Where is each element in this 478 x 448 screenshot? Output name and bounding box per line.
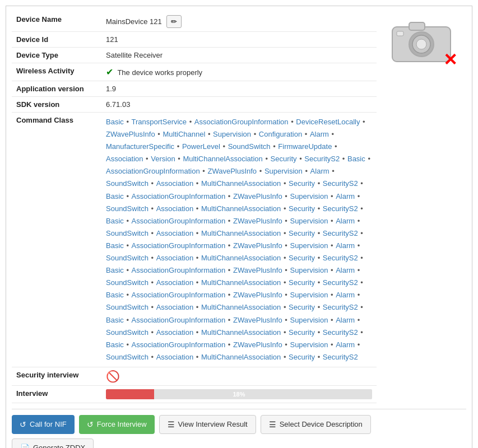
- command-class-link[interactable]: Security: [289, 353, 315, 361]
- command-class-link[interactable]: Association: [156, 328, 193, 337]
- command-class-link[interactable]: Version: [151, 155, 175, 163]
- command-class-link[interactable]: SecurityS2: [323, 353, 358, 361]
- command-class-link[interactable]: AssociationGroupInformation: [132, 340, 226, 349]
- command-class-link[interactable]: MultiChannelAssociation: [201, 204, 281, 213]
- command-class-link[interactable]: Supervision: [290, 316, 328, 324]
- command-class-link[interactable]: Basic: [106, 192, 124, 200]
- command-class-link[interactable]: SecurityS2: [323, 179, 358, 188]
- command-class-link[interactable]: SecurityS2: [323, 328, 358, 337]
- command-class-link[interactable]: Security: [289, 229, 315, 237]
- command-class-link[interactable]: Alarm: [336, 340, 355, 349]
- command-class-link[interactable]: ZWavePlusInfo: [233, 241, 282, 250]
- command-class-link[interactable]: Basic: [106, 316, 124, 324]
- command-class-link[interactable]: ZWavePlusInfo: [207, 167, 257, 175]
- command-class-link[interactable]: MultiChannelAssociation: [201, 303, 281, 311]
- command-class-link[interactable]: Supervision: [290, 266, 328, 274]
- command-class-link[interactable]: Basic: [106, 118, 124, 126]
- command-class-link[interactable]: SoundSwitch: [106, 328, 148, 337]
- command-class-link[interactable]: SecurityS2: [304, 155, 340, 163]
- command-class-link[interactable]: Alarm: [336, 241, 355, 250]
- command-class-link[interactable]: AssociationGroupInformation: [132, 241, 226, 250]
- command-class-link[interactable]: Security: [289, 254, 315, 262]
- command-class-link[interactable]: SoundSwitch: [228, 142, 271, 151]
- command-class-link[interactable]: ZWavePlusInfo: [233, 266, 282, 274]
- command-class-link[interactable]: Alarm: [336, 217, 355, 225]
- command-class-link[interactable]: ZWavePlusInfo: [106, 130, 155, 138]
- edit-device-name-button[interactable]: ✏: [166, 15, 182, 28]
- command-class-link[interactable]: Association: [156, 303, 193, 311]
- command-class-link[interactable]: DeviceResetLocally: [296, 118, 360, 126]
- command-class-link[interactable]: Alarm: [336, 266, 355, 274]
- command-class-link[interactable]: AssociationGroupInformation: [132, 192, 226, 200]
- command-class-link[interactable]: Basic: [106, 340, 124, 349]
- command-class-link[interactable]: Association: [156, 254, 193, 262]
- command-class-link[interactable]: MultiChannelAssociation: [201, 353, 281, 361]
- command-class-link[interactable]: Supervision: [264, 167, 303, 175]
- command-class-link[interactable]: AssociationGroupInformation: [106, 167, 200, 175]
- command-class-link[interactable]: Basic: [347, 155, 365, 163]
- command-class-link[interactable]: Association: [156, 278, 193, 287]
- command-class-link[interactable]: SecurityS2: [323, 229, 358, 237]
- command-class-link[interactable]: MultiChannelAssociation: [201, 179, 281, 188]
- command-class-link[interactable]: AssociationGroupInformation: [132, 316, 226, 324]
- command-class-link[interactable]: Association: [106, 155, 143, 163]
- command-class-link[interactable]: Supervision: [213, 130, 251, 138]
- command-class-link[interactable]: ZWavePlusInfo: [233, 217, 282, 225]
- select-device-description-button[interactable]: ☰ Select Device Description: [261, 415, 371, 434]
- command-class-link[interactable]: Security: [289, 204, 315, 213]
- command-class-link[interactable]: SoundSwitch: [106, 179, 148, 188]
- command-class-link[interactable]: SecurityS2: [323, 278, 358, 287]
- command-class-link[interactable]: MultiChannelAssociation: [201, 328, 281, 337]
- command-class-link[interactable]: AssociationGroupInformation: [132, 291, 226, 299]
- command-class-link[interactable]: Security: [271, 155, 297, 163]
- command-class-link[interactable]: Security: [289, 179, 315, 188]
- command-class-link[interactable]: SecurityS2: [323, 303, 358, 311]
- command-class-link[interactable]: PowerLevel: [182, 142, 220, 151]
- command-class-link[interactable]: Security: [289, 328, 315, 337]
- command-class-link[interactable]: AssociationGroupInformation: [194, 118, 289, 126]
- command-class-link[interactable]: Basic: [106, 266, 124, 274]
- generate-zddx-button[interactable]: 📄 Generate ZDDX: [12, 438, 94, 448]
- command-class-link[interactable]: MultiChannelAssociation: [201, 229, 281, 237]
- view-interview-result-button[interactable]: ☰ View Interview Result: [159, 415, 256, 434]
- command-class-link[interactable]: Association: [156, 353, 193, 361]
- command-class-link[interactable]: ZWavePlusInfo: [233, 192, 282, 200]
- command-class-link[interactable]: SoundSwitch: [106, 303, 148, 311]
- command-class-link[interactable]: Supervision: [290, 192, 328, 200]
- command-class-link[interactable]: SoundSwitch: [106, 204, 148, 213]
- command-class-link[interactable]: MultiChannelAssociation: [201, 254, 281, 262]
- force-interview-button[interactable]: ↺ Force Interview: [79, 415, 155, 434]
- command-class-link[interactable]: ZWavePlusInfo: [233, 340, 282, 349]
- command-class-link[interactable]: SecurityS2: [323, 204, 358, 213]
- command-class-link[interactable]: Configuration: [259, 130, 302, 138]
- command-class-link[interactable]: SoundSwitch: [106, 254, 148, 262]
- command-class-link[interactable]: Basic: [106, 217, 124, 225]
- command-class-link[interactable]: TransportService: [132, 118, 187, 126]
- command-class-link[interactable]: Alarm: [310, 167, 330, 175]
- command-class-link[interactable]: SecurityS2: [323, 254, 358, 262]
- command-class-link[interactable]: SoundSwitch: [106, 353, 148, 361]
- command-class-link[interactable]: Basic: [106, 291, 124, 299]
- command-class-link[interactable]: SoundSwitch: [106, 278, 148, 287]
- command-class-link[interactable]: Supervision: [290, 291, 328, 299]
- command-class-link[interactable]: Association: [156, 204, 193, 213]
- command-class-link[interactable]: ZWavePlusInfo: [233, 316, 282, 324]
- command-class-link[interactable]: Alarm: [336, 192, 355, 200]
- command-class-link[interactable]: MultiChannel: [163, 130, 205, 138]
- command-class-link[interactable]: Basic: [106, 241, 124, 250]
- command-class-link[interactable]: Supervision: [290, 241, 328, 250]
- command-class-link[interactable]: AssociationGroupInformation: [132, 217, 226, 225]
- call-for-nif-button[interactable]: ↺ Call for NIF: [12, 415, 75, 434]
- command-class-link[interactable]: Security: [289, 278, 315, 287]
- command-class-link[interactable]: Association: [156, 229, 193, 237]
- command-class-link[interactable]: FirmwareUpdate: [278, 142, 332, 151]
- command-class-link[interactable]: SoundSwitch: [106, 229, 148, 237]
- command-class-link[interactable]: AssociationGroupInformation: [132, 266, 226, 274]
- command-class-link[interactable]: MultiChannelAssociation: [183, 155, 262, 163]
- command-class-link[interactable]: Supervision: [290, 217, 328, 225]
- command-class-link[interactable]: Alarm: [310, 130, 329, 138]
- command-class-link[interactable]: Security: [289, 303, 315, 311]
- command-class-link[interactable]: Alarm: [336, 291, 355, 299]
- command-class-link[interactable]: Alarm: [336, 316, 355, 324]
- command-class-link[interactable]: Association: [156, 179, 193, 188]
